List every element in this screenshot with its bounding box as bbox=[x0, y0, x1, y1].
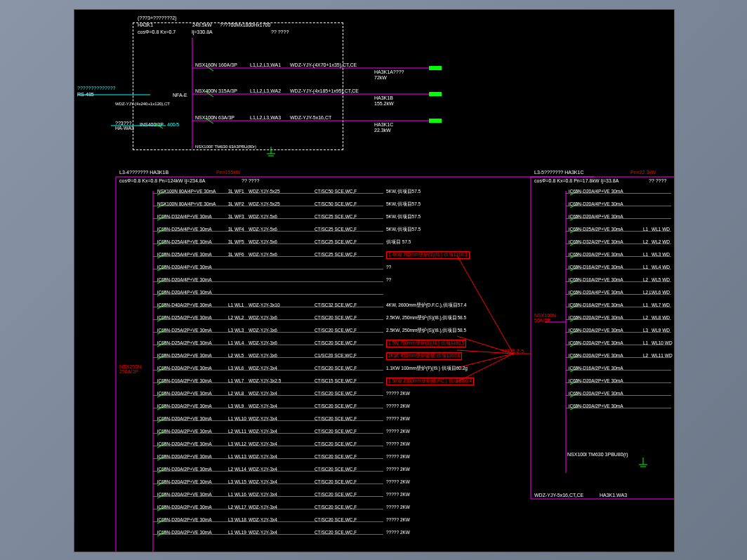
panelb-cell: L1 bbox=[228, 454, 233, 459]
panelb-desc: ????? 2KW bbox=[386, 467, 410, 472]
panelb-desc: 4KW, 2600mm壁炉(D.F.C.),供项目57.4 bbox=[386, 302, 466, 309]
panelb-cell: WDZ-YJY-3x4 bbox=[249, 404, 277, 408]
panelb-cell: iC65N-D16A/2P+VE 30mA bbox=[157, 378, 212, 383]
feeder2-cable: WDZ-YJY-(4x185+1x95),CT,CE bbox=[290, 88, 359, 93]
feeder1-tag: HA3K1A???? bbox=[374, 69, 404, 74]
panelb-cell: WF2 bbox=[234, 201, 244, 206]
panelb-cell: WL12 bbox=[234, 441, 246, 446]
panelb-cell: L3 bbox=[228, 479, 233, 484]
svg-rect-8 bbox=[429, 119, 442, 123]
feeder3-circuit: L1,L2,L3,WA3 bbox=[250, 115, 281, 120]
panelb-cell: L3 bbox=[228, 328, 233, 333]
panelc-cell: iC65N-D20A/2P+VE 30mA bbox=[569, 315, 623, 320]
drawing-area[interactable]: (???3+???????2) HA3K1 cosΦ=0.8 Kx=0.7 24… bbox=[74, 9, 675, 552]
panelb-cell: CT/SC20 SCE,WC,F bbox=[315, 454, 357, 459]
panelc-cell: WL6 WD bbox=[652, 290, 670, 295]
panelb-cell: L2 bbox=[228, 505, 233, 509]
feeder1-circuit: L1,L2,L3,WA1 bbox=[250, 62, 281, 67]
panelb-cell: WDZ-YJY-3x6 bbox=[249, 315, 277, 320]
panelb-cell: WL1 bbox=[234, 302, 244, 307]
panelb-cell: WF3 bbox=[234, 214, 244, 219]
panelc-cell: iC65N-D20A/2P+VE 30mA bbox=[569, 353, 623, 358]
panelb-cell: CT/SC20 SCE,WC,F bbox=[315, 530, 357, 535]
panelb-cell: iC65N-D20A/2P+VE 30mA bbox=[157, 429, 212, 434]
panelb-cell: WDZ-YJY-3x4 bbox=[249, 454, 277, 459]
panelc-cell: L2 bbox=[643, 239, 648, 244]
panelb-cell: CT/SC20 SCE,WC,F bbox=[315, 441, 357, 446]
panelb-cell: CT/SC20 SCE,WC,F bbox=[315, 404, 357, 408]
panelb-desc: 5KW,供项目57.5 bbox=[386, 214, 421, 220]
panelb-pn: Pn=155kW bbox=[216, 170, 240, 175]
panelc-cell: WL2 WD bbox=[652, 239, 670, 244]
panelb-cell: iC65N-D20A/4P+VE 30mA bbox=[157, 277, 212, 282]
feeder2-load: 155.2kW bbox=[374, 101, 394, 106]
panelc-cell: WL10 WD bbox=[652, 340, 673, 345]
panelb-cell: iC65N-D32A/4P+VE 30mA bbox=[157, 214, 212, 219]
panelb-params: cosΦ=0.8 Kx=0.8 Pn=124kW Ij=234.8A bbox=[119, 178, 205, 183]
panelb-cell: L3 bbox=[228, 517, 233, 522]
panelb-cell: WDZ-YJY-3x6 bbox=[249, 340, 277, 345]
panelb-desc: 2.5KW, 250mm壁炉(S)(I8.),供项目58.5 bbox=[386, 328, 466, 334]
panelb-cell: WL9 bbox=[234, 404, 244, 408]
panelb-cell: iC65N-D25A/4P+VE 30mA bbox=[157, 239, 212, 244]
panelb-cell: C1/SC20 SCE,WC,F bbox=[315, 353, 357, 358]
panelc-cell: WL5 WD bbox=[652, 277, 670, 282]
panelc-params: cosΦ=0.8 Kx=0.8 Pn=17.8kW Ij=33.8A bbox=[534, 178, 619, 183]
panelb-cell: WDZ-YJY-3x4 bbox=[249, 441, 277, 446]
panelc-cell: WL9 WD bbox=[652, 328, 670, 333]
panelb-cell: WDZ-YJY-3x4 bbox=[249, 467, 277, 472]
panelb-cell: WL7 bbox=[234, 378, 244, 383]
panelb-cell: iC65N-D25A/2P+VE 30mA bbox=[157, 315, 212, 320]
panelb-desc: 1.5W 700mm壁炉(S)(I8.) 供项目60.5 bbox=[386, 340, 466, 347]
panelb-cell: CT/SC20 SCE,WC,F bbox=[315, 315, 357, 320]
feeder2-tag: HA3K1B bbox=[374, 95, 393, 100]
panelb-cell: iC65N-D20A/2P+VE 30mA bbox=[157, 366, 212, 371]
panelb-cell: L1 bbox=[228, 340, 233, 345]
panelb-cell: WDZ-YJY-3x4 bbox=[249, 492, 277, 497]
panelb-desc: 5KW,供项目57.5 bbox=[386, 189, 421, 195]
panelb-desc: ????? 2KW bbox=[386, 441, 410, 446]
panelb-desc: 2.5KW, 250mm壁炉(S)(I8.),供项目58.5 bbox=[386, 315, 466, 321]
panelb-cell: L3 bbox=[228, 366, 233, 371]
panelb-cell: WDZ-YJY-3x6 bbox=[249, 353, 277, 358]
panelb-cell: WDZ-YJY-5x6 bbox=[249, 239, 277, 244]
panelb-cell: iC65N-D20A/2P+VE 30mA bbox=[157, 441, 212, 446]
panelc-cell: iC65N-D25A/2P+VE 30mA bbox=[569, 227, 623, 232]
panelc-cell: WL4 WD bbox=[652, 265, 670, 269]
panelb-cell: CT/SC20 SCE,WC,F bbox=[315, 416, 357, 421]
panelb-cell: WL8 bbox=[234, 391, 244, 396]
panelb-desc: 1.4KW 700mm壁炉(S)(I8.) 供项目60.3 bbox=[386, 251, 470, 259]
panelb-cell: CT/SC25 SCE,WC,F bbox=[315, 214, 357, 219]
panelb-cell: WDZ-YJY-3x4 bbox=[249, 416, 277, 421]
panelb-cell: CT/SC25 SCE,WC,F bbox=[315, 239, 357, 244]
panelb-desc: ?? bbox=[386, 277, 391, 282]
panelb-desc: 2KW, 450mm壁炉取暖,供项目60.6 bbox=[386, 352, 462, 360]
panelb-cell: L1 bbox=[228, 530, 233, 535]
feeder1-load: 72kW bbox=[374, 75, 387, 80]
panelc-cell: iC65N-D20A/2P+VE 30mA bbox=[569, 404, 623, 408]
panelb-cell: WL3 bbox=[234, 328, 244, 333]
panelb-desc: 1.1KW 100mm壁炉(F)(I9.) 供项目60.2g bbox=[386, 366, 468, 372]
panelb-cell: CT/SC20 SCE,WC,F bbox=[315, 479, 357, 484]
panelb-cell: WDZ-YJY-5x6 bbox=[249, 227, 277, 232]
panelb-cell: iC65N-D20A/2P+VE 30mA bbox=[157, 454, 212, 459]
panelb-cell: WF4 bbox=[234, 227, 244, 232]
panelc-cell: iC65N-D20A/2P+VE 30mA bbox=[569, 252, 623, 257]
panelb-cell: WDZ-YJY-3x4 bbox=[249, 366, 277, 371]
panelb-cell: iC65N-D40A/2P+VE 30mA bbox=[157, 302, 212, 307]
panelc-cell: L1 bbox=[643, 302, 648, 307]
panelc-cell: L1 bbox=[643, 227, 648, 232]
panelb-cell: CT/SC50 SCE,WC,F bbox=[315, 201, 357, 206]
panelb-cell: WF6 bbox=[234, 252, 244, 257]
panelb-cell: 3L bbox=[228, 239, 233, 244]
panelb-cell: L2 bbox=[228, 467, 233, 472]
panelb-cell: L3 bbox=[228, 441, 233, 446]
panelb-cell: WDZ-YJY-3x4 bbox=[249, 517, 277, 522]
panelb-cell: iC65N-D20A/4P+VE 30mA bbox=[157, 265, 212, 269]
panelc-cell: iC65N-D20A/4P+VE 30mA bbox=[569, 290, 623, 295]
panelb-cell: WL18 bbox=[234, 517, 246, 522]
panelc-cell: iC65N-D32A/2P+VE 30mA bbox=[569, 239, 623, 244]
panelb-cell: WL10 bbox=[234, 416, 246, 421]
panelc-cell: iC65N-D16A/2P+VE 30mA bbox=[569, 366, 623, 371]
panelb-cell: L1 bbox=[228, 492, 233, 497]
